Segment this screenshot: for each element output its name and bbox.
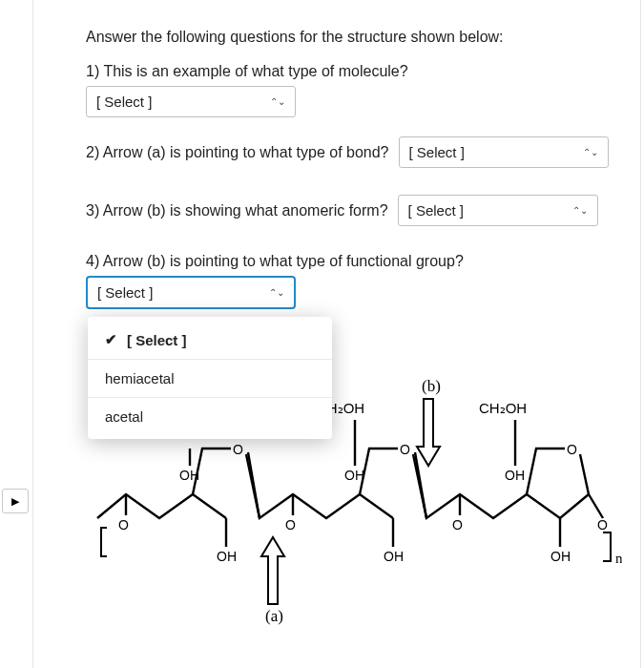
q4-select-label: [ Select ] [97, 284, 153, 301]
svg-text:O: O [452, 517, 463, 532]
dropdown-option-label: hemiacetal [105, 370, 175, 386]
q3-select[interactable]: [ Select ] ⌃⌄ [398, 195, 598, 226]
svg-text:OH: OH [179, 468, 199, 483]
chevron-updown-icon: ⌃⌄ [572, 205, 588, 216]
svg-text:OH: OH [344, 468, 364, 483]
q4-dropdown-panel: ✔ [ Select ] hemiacetal acetal [88, 317, 332, 439]
question-4: 4) Arrow (b) is pointing to what type of… [86, 253, 615, 309]
question-content: Answer the following questions for the s… [67, 0, 630, 328]
svg-text:O: O [400, 442, 410, 457]
intro-text: Answer the following questions for the s… [86, 29, 615, 46]
question-1: 1) This is an example of what type of mo… [86, 63, 615, 117]
q3-select-label: [ Select ] [408, 202, 464, 219]
q4-select[interactable]: [ Select ] ⌃⌄ [86, 276, 296, 309]
question-3: 3) Arrow (b) is showing what anomeric fo… [86, 195, 615, 226]
svg-text:OH: OH [217, 549, 237, 564]
label-b: (b) [422, 377, 441, 395]
dropdown-option-hemiacetal[interactable]: hemiacetal [88, 360, 332, 398]
q2-text: 2) Arrow (a) is pointing to what type of… [86, 144, 389, 161]
q2-select-label: [ Select ] [409, 144, 465, 160]
q3-text: 3) Arrow (b) is showing what anomeric fo… [86, 202, 388, 219]
ring-3: O O OH OH O n [413, 420, 622, 566]
svg-text:O: O [567, 442, 577, 457]
svg-text:O: O [118, 517, 129, 532]
arrow-a [261, 537, 284, 604]
dropdown-option-label: [ Select ] [127, 332, 187, 348]
q2-select[interactable]: [ Select ] ⌃⌄ [399, 136, 609, 168]
svg-line-27 [413, 454, 426, 518]
q1-text: 1) This is an example of what type of mo… [86, 63, 615, 80]
left-rail [0, 0, 33, 668]
label-a: (a) [265, 607, 283, 625]
chevron-updown-icon: ⌃⌄ [269, 287, 284, 298]
right-rail [640, 0, 644, 668]
dropdown-option-select[interactable]: ✔ [ Select ] [88, 321, 332, 360]
dropdown-option-label: acetal [105, 408, 143, 425]
svg-line-24 [589, 494, 603, 518]
dropdown-option-acetal[interactable]: acetal [88, 398, 332, 435]
svg-text:OH: OH [551, 549, 571, 564]
chevron-updown-icon: ⌃⌄ [270, 96, 285, 107]
svg-line-15 [246, 454, 260, 518]
chevron-updown-icon: ⌃⌄ [583, 147, 598, 157]
q4-text: 4) Arrow (b) is pointing to what type of… [86, 253, 615, 270]
ch2oh-2: CH₂OH [479, 400, 527, 416]
svg-text:n: n [615, 551, 622, 566]
svg-text:O: O [233, 442, 243, 457]
play-icon: ▶ [11, 495, 19, 508]
q1-select[interactable]: [ Select ] ⌃⌄ [86, 86, 296, 117]
svg-text:OH: OH [384, 549, 404, 564]
svg-text:OH: OH [505, 468, 525, 483]
play-button[interactable]: ▶ [2, 489, 29, 513]
arrow-b [417, 399, 440, 466]
svg-line-28 [580, 454, 589, 494]
check-icon: ✔ [105, 331, 117, 348]
ring-1: O O OH OH [97, 442, 243, 564]
q1-select-label: [ Select ] [96, 94, 152, 110]
svg-text:O: O [597, 517, 608, 532]
question-2: 2) Arrow (a) is pointing to what type of… [86, 136, 615, 168]
svg-text:O: O [285, 517, 296, 532]
